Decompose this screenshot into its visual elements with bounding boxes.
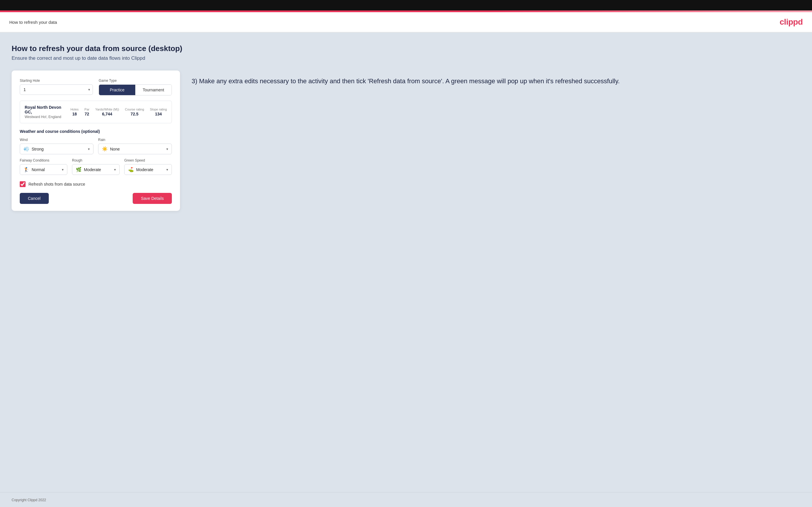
form-card: Starting Hole 1 ▾ Game Type Practice Tou… [12,70,180,211]
green-speed-label: Green Speed [124,158,172,162]
game-type-label: Game Type [99,78,172,83]
rough-label: Rough [72,158,119,162]
tournament-button[interactable]: Tournament [135,85,171,95]
course-name: Royal North Devon GC, [25,105,65,114]
par-value: 72 [85,112,89,116]
game-type-selector: Practice Tournament [99,84,172,96]
rain-chevron-icon: ▾ [166,147,168,151]
refresh-checkbox[interactable] [20,181,26,187]
green-speed-icon: ⛳ [128,167,134,172]
page-title: How to refresh your data from source (de… [12,44,800,53]
slope-rating-value: 134 [155,112,162,116]
footer-copyright: Copyright Clippd 2022 [12,498,46,502]
course-rating-label: Course rating [125,108,144,111]
wind-icon: 💨 [23,146,29,152]
wind-select[interactable]: Strong [32,147,86,152]
green-speed-chevron-icon: ▾ [166,168,168,172]
page-subtitle: Ensure the correct and most up to date d… [12,55,800,61]
breadcrumb: How to refresh your data [9,20,57,25]
holes-label: Holes [70,108,79,111]
rain-label: Rain [98,138,172,142]
rain-icon: ☀️ [102,146,108,152]
cancel-button[interactable]: Cancel [20,193,49,204]
course-row: Royal North Devon GC, Westward Ho!, Engl… [20,101,172,123]
fairway-label: Fairway Conditions [20,158,67,162]
holes-value: 18 [72,112,77,116]
green-speed-select[interactable]: Moderate [136,167,164,172]
wind-label: Wind [20,138,94,142]
side-explanation: 3) Make any extra edits necessary to the… [192,76,800,86]
par-label: Par [85,108,89,111]
fairway-chevron-icon: ▾ [62,168,63,172]
practice-button[interactable]: Practice [99,85,135,95]
rough-select[interactable]: Moderate [84,167,112,172]
course-location: Westward Ho!, England [25,115,65,119]
rough-chevron-icon: ▾ [114,168,116,172]
starting-hole-select[interactable]: 1 [20,84,93,95]
save-button[interactable]: Save Details [133,193,172,204]
course-rating-value: 72.5 [131,112,139,116]
logo: clippd [780,17,803,27]
rough-icon: 🌿 [76,167,82,172]
refresh-checkbox-label[interactable]: Refresh shots from data source [29,182,85,186]
yards-label: Yards/White (M)) [95,108,119,111]
fairway-select[interactable]: Normal [32,167,59,172]
starting-hole-label: Starting Hole [20,78,93,83]
yards-value: 6,744 [102,112,112,116]
rain-select[interactable]: None [110,147,164,152]
fairway-icon: 🏌️ [23,167,29,172]
conditions-title: Weather and course conditions (optional) [20,129,172,134]
slope-rating-label: Slope rating [150,108,167,111]
wind-chevron-icon: ▾ [88,147,90,151]
